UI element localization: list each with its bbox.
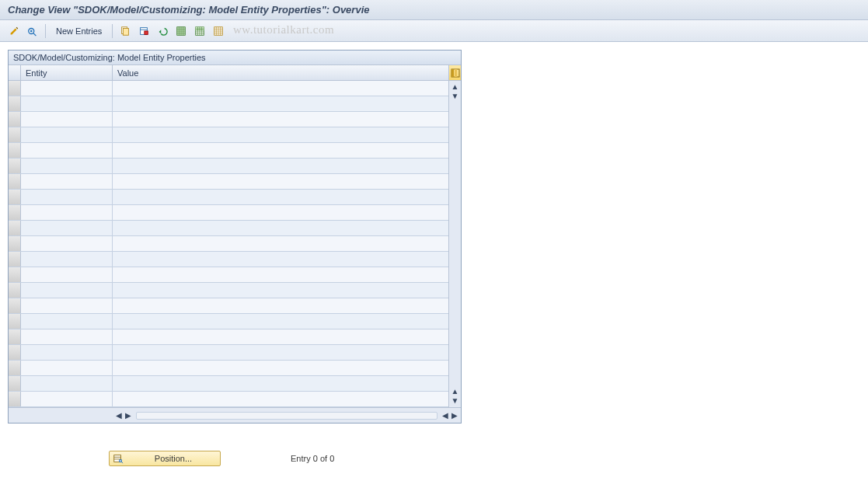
copy-as-icon[interactable] [117, 23, 133, 39]
table-row [9, 267, 448, 283]
row-selector[interactable] [9, 329, 21, 344]
cell-value[interactable] [113, 143, 448, 158]
row-selector[interactable] [9, 298, 21, 313]
horizontal-scrollbar[interactable]: ◀ ▶ ◀ ▶ [113, 410, 461, 422]
undo-change-icon[interactable] [155, 23, 170, 39]
cell-entity[interactable] [21, 298, 113, 313]
row-selector[interactable] [9, 283, 21, 298]
cell-entity[interactable] [21, 376, 113, 391]
cell-value[interactable] [113, 314, 448, 329]
table-row [9, 143, 448, 159]
row-selector[interactable] [9, 159, 21, 173]
configure-columns-icon[interactable] [448, 65, 461, 80]
row-selector[interactable] [9, 143, 21, 158]
svg-rect-12 [455, 69, 457, 77]
scroll-left2-icon[interactable]: ◀ [441, 411, 450, 420]
cell-value[interactable] [113, 205, 448, 220]
select-all-handle[interactable] [9, 65, 21, 80]
cell-value[interactable] [113, 81, 448, 96]
table-row [9, 81, 448, 96]
cell-value[interactable] [113, 392, 448, 406]
scroll-right2-icon[interactable]: ▶ [450, 411, 459, 420]
cell-value[interactable] [113, 345, 448, 360]
vertical-scrollbar[interactable]: ▲ ▼ ▲ ▼ [448, 81, 461, 407]
new-entries-button[interactable]: New Entries [51, 23, 107, 39]
cell-entity[interactable] [21, 112, 113, 127]
row-selector[interactable] [9, 112, 21, 127]
row-selector[interactable] [9, 174, 21, 189]
cell-entity[interactable] [21, 190, 113, 204]
cell-entity[interactable] [21, 96, 113, 111]
horizontal-scroll-row: ◀ ▶ ◀ ▶ [9, 407, 461, 423]
cell-value[interactable] [113, 267, 448, 282]
cell-value[interactable] [113, 221, 448, 235]
page-title: Change View "SDOK/Model/Customizing: Mod… [8, 4, 369, 16]
table-row [9, 96, 448, 112]
cell-value[interactable] [113, 159, 448, 173]
deselect-all-icon[interactable] [211, 23, 226, 39]
cell-value[interactable] [113, 236, 448, 251]
cell-value[interactable] [113, 174, 448, 189]
cell-value[interactable] [113, 283, 448, 298]
cell-entity[interactable] [21, 159, 113, 173]
cell-entity[interactable] [21, 143, 113, 158]
cell-entity[interactable] [21, 205, 113, 220]
row-selector[interactable] [9, 205, 21, 220]
select-block-icon[interactable] [192, 23, 207, 39]
row-selector[interactable] [9, 314, 21, 329]
cell-entity[interactable] [21, 236, 113, 251]
cell-value[interactable] [113, 298, 448, 313]
cell-value[interactable] [113, 112, 448, 127]
cell-value[interactable] [113, 96, 448, 111]
cell-entity[interactable] [21, 174, 113, 189]
svg-rect-5 [145, 31, 148, 34]
row-selector[interactable] [9, 96, 21, 111]
scroll-up2-icon[interactable]: ▲ [451, 387, 460, 396]
cell-entity[interactable] [21, 221, 113, 235]
cell-entity[interactable] [21, 283, 113, 298]
cell-value[interactable] [113, 127, 448, 142]
toolbar-separator [45, 24, 46, 38]
row-selector[interactable] [9, 127, 21, 142]
scroll-down-icon[interactable]: ▼ [451, 92, 460, 101]
footer: Position... Entry 0 of 0 [0, 451, 868, 466]
column-header-value[interactable]: Value [113, 65, 448, 80]
cell-entity[interactable] [21, 392, 113, 406]
scroll-right-icon[interactable]: ▶ [124, 411, 133, 420]
hscroll-track[interactable] [136, 412, 437, 420]
row-selector[interactable] [9, 392, 21, 406]
row-selector[interactable] [9, 190, 21, 204]
svg-point-1 [30, 30, 33, 32]
cell-value[interactable] [113, 329, 448, 344]
cell-entity[interactable] [21, 267, 113, 282]
cell-entity[interactable] [21, 361, 113, 375]
cell-value[interactable] [113, 190, 448, 204]
scroll-left-icon[interactable]: ◀ [114, 411, 124, 420]
other-view-icon[interactable] [25, 23, 40, 39]
row-selector[interactable] [9, 267, 21, 282]
select-all-icon[interactable] [173, 23, 189, 39]
cell-entity[interactable] [21, 329, 113, 344]
cell-value[interactable] [113, 361, 448, 375]
cell-value[interactable] [113, 376, 448, 391]
toggle-display-change-icon[interactable] [6, 23, 22, 39]
row-selector[interactable] [9, 345, 21, 360]
row-selector[interactable] [9, 81, 21, 96]
row-selector[interactable] [9, 361, 21, 375]
table-row [9, 329, 448, 345]
delete-icon[interactable] [136, 23, 152, 39]
row-selector[interactable] [9, 221, 21, 235]
row-selector[interactable] [9, 376, 21, 391]
cell-value[interactable] [113, 252, 448, 267]
column-header-entity[interactable]: Entity [21, 65, 113, 80]
cell-entity[interactable] [21, 252, 113, 267]
row-selector[interactable] [9, 236, 21, 251]
cell-entity[interactable] [21, 314, 113, 329]
scroll-up-icon[interactable]: ▲ [451, 82, 460, 92]
row-selector[interactable] [9, 252, 21, 267]
scroll-down2-icon[interactable]: ▼ [451, 396, 460, 406]
cell-entity[interactable] [21, 345, 113, 360]
cell-entity[interactable] [21, 127, 113, 142]
cell-entity[interactable] [21, 81, 113, 96]
position-button[interactable]: Position... [109, 451, 221, 466]
